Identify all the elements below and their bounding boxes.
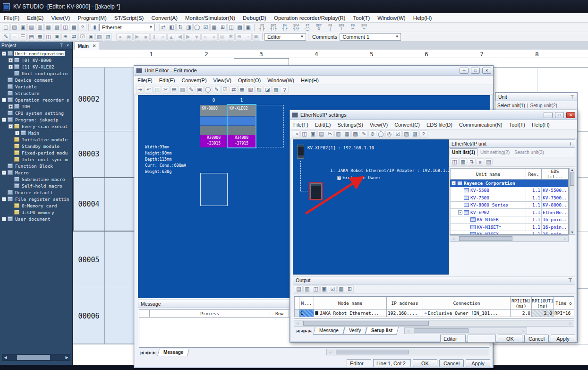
scrollbar-thumb[interactable] bbox=[17, 355, 50, 360]
unit-panel-tab[interactable]: Search unit(3) bbox=[512, 149, 546, 156]
apply-button[interactable]: Apply bbox=[551, 335, 575, 343]
delete-icon[interactable]: ⊘ bbox=[368, 130, 376, 138]
f8-key[interactable]: F8 | bbox=[324, 23, 336, 32]
registration-monitor-icon[interactable]: ☑ bbox=[202, 24, 210, 31]
record-icon[interactable]: ● bbox=[116, 33, 124, 41]
menu-item[interactable]: File(F) bbox=[134, 77, 156, 84]
expand-toggle[interactable]: + bbox=[2, 217, 6, 221]
connection-label[interactable]: +Exclusive Owner bbox=[337, 175, 381, 180]
project-verify-icon[interactable]: ▥ bbox=[36, 24, 44, 31]
col-node-number[interactable]: N... bbox=[299, 297, 314, 310]
jump-icon[interactable]: ▣ bbox=[320, 285, 328, 293]
unit-panel-tab[interactable]: Unit list(1) bbox=[450, 148, 477, 156]
tree-item[interactable]: 1:CPU memory bbox=[0, 209, 73, 215]
unit-list-row[interactable]: KV-7500 1.1 KV-7500... bbox=[451, 194, 569, 202]
comm-route-combo[interactable]: Ethernet▼ bbox=[99, 24, 155, 31]
tab-select-unit[interactable]: Select unit(1) bbox=[497, 103, 525, 108]
rewind-icon[interactable]: « bbox=[159, 33, 167, 41]
save-unit-icon[interactable]: ▩ bbox=[272, 86, 280, 94]
menu-item[interactable]: Convert(P) bbox=[178, 77, 210, 84]
minimize-icon[interactable]: ─ bbox=[460, 68, 469, 74]
empty-slot[interactable] bbox=[256, 105, 284, 147]
expand-toggle[interactable]: - bbox=[2, 197, 6, 201]
f7-key[interactable]: F7 ◯ bbox=[302, 23, 313, 32]
tree-item[interactable]: + [0] KV-8000 bbox=[0, 57, 73, 63]
scroll-right-icon[interactable]: ▶ bbox=[562, 236, 568, 241]
cancel-button[interactable]: Cancel bbox=[439, 359, 464, 367]
list-view-icon[interactable]: ▦ bbox=[459, 158, 467, 166]
step-up-icon[interactable]: ▲ bbox=[167, 33, 175, 41]
jump-icon[interactable]: > bbox=[210, 33, 218, 41]
tree-item[interactable]: Variable bbox=[0, 83, 73, 90]
simulator-icon[interactable]: ◯ bbox=[193, 24, 201, 31]
menu-item[interactable]: Help(H) bbox=[528, 121, 553, 129]
cancel-button[interactable]: Cancel bbox=[524, 335, 549, 343]
paste-icon[interactable]: ▥ bbox=[179, 86, 187, 94]
menu-item[interactable]: ST/Script(S) bbox=[111, 14, 148, 22]
expand-toggle[interactable]: + bbox=[9, 65, 13, 69]
menu-item[interactable]: Communication(N) bbox=[456, 121, 506, 129]
unit-list-row[interactable]: KV-5500 1.1 KV-5500... bbox=[451, 187, 569, 194]
scrollbar-thumb[interactable] bbox=[459, 236, 512, 241]
filter-icon[interactable]: ≡ bbox=[476, 158, 484, 166]
tree-item[interactable]: + [1] KV-XLE02 bbox=[0, 63, 73, 70]
menu-item[interactable]: Option(O) bbox=[235, 77, 264, 84]
convert-icon[interactable]: ⇄ bbox=[230, 86, 238, 94]
cut-icon[interactable]: ✂ bbox=[326, 130, 334, 138]
unit-color-icon[interactable]: ▣ bbox=[196, 86, 204, 94]
line-comment-icon[interactable]: ≡ bbox=[10, 33, 18, 41]
verify-icon[interactable]: ☑ bbox=[394, 130, 402, 138]
unit-panel-tab[interactable]: Unit setting(2) bbox=[478, 149, 511, 156]
timer-icon[interactable]: ◔ bbox=[244, 33, 252, 41]
sheet-tab[interactable]: Setup list bbox=[365, 327, 399, 335]
output-hscrollbar[interactable]: ◀ ▶ bbox=[294, 320, 574, 327]
read-unit-icon[interactable]: ▦ bbox=[238, 86, 246, 94]
ladder-grid-icon[interactable]: ⊞ bbox=[219, 24, 227, 31]
stop-icon[interactable]: ■ bbox=[142, 33, 150, 41]
expand-toggle[interactable]: - bbox=[2, 52, 6, 56]
apply-button[interactable]: Apply bbox=[466, 359, 490, 367]
device-comment-icon[interactable]: ▣ bbox=[53, 33, 61, 41]
zoom-icon[interactable]: ▧ bbox=[104, 33, 112, 41]
record-stop-icon[interactable]: ◉ bbox=[125, 33, 133, 41]
menu-item[interactable]: Window(W) bbox=[374, 14, 409, 22]
expand-toggle[interactable]: - bbox=[458, 210, 462, 215]
scrollbar-thumb[interactable] bbox=[414, 328, 469, 333]
unit-block-kv8000[interactable]: KV-8000 R30000-33915 bbox=[200, 105, 228, 147]
new-project-icon[interactable]: ▢ bbox=[2, 24, 10, 31]
comm-setup-icon[interactable]: ▧ bbox=[402, 130, 410, 138]
copy-unit-icon[interactable]: ▤ bbox=[317, 130, 325, 138]
paste-icon[interactable]: ▦ bbox=[343, 130, 351, 138]
menu-item[interactable]: Tool(T) bbox=[506, 121, 528, 129]
batch-icon[interactable]: ▨ bbox=[411, 130, 419, 138]
expand-toggle[interactable]: + bbox=[337, 176, 341, 180]
network-icon[interactable]: ⊕ bbox=[235, 33, 243, 41]
pin-icon[interactable]: ⊤ bbox=[568, 277, 572, 283]
auto-config-icon[interactable]: ◎ bbox=[385, 130, 393, 138]
scroll-left-icon[interactable]: ◀ bbox=[327, 350, 333, 355]
modify-icon[interactable]: ✎ bbox=[213, 86, 221, 94]
scroll-left-icon[interactable]: ◀ bbox=[2, 355, 9, 360]
expand-toggle[interactable]: + bbox=[9, 104, 13, 109]
sheet-tab[interactable]: Verify bbox=[343, 327, 367, 335]
copy-icon[interactable]: ▤ bbox=[170, 86, 178, 94]
open-project-icon[interactable]: ▧ bbox=[10, 24, 18, 31]
menu-item[interactable]: File(F) bbox=[0, 14, 23, 22]
menu-item[interactable]: Operation recorder/Replay(R) bbox=[270, 14, 349, 22]
edit-node-icon[interactable]: ✎ bbox=[360, 130, 368, 138]
f5-key[interactable]: F5 ┤├ bbox=[256, 23, 268, 32]
copy-icon[interactable]: ▥ bbox=[334, 130, 342, 138]
menu-item[interactable]: Debug(D) bbox=[239, 14, 270, 22]
scroll-right-icon[interactable]: ▶ bbox=[64, 355, 70, 360]
tree-item[interactable]: 0:Memory card bbox=[0, 202, 73, 209]
tree-item[interactable]: + ID0 bbox=[0, 103, 73, 110]
minimize-icon[interactable]: ─ bbox=[544, 112, 553, 118]
menu-item[interactable]: EDS file(D) bbox=[423, 121, 456, 129]
maximize-icon[interactable]: □ bbox=[555, 112, 564, 118]
dtn-icon[interactable]: ▩ bbox=[236, 24, 244, 31]
menu-item[interactable]: Edit(E) bbox=[23, 14, 47, 22]
read-from-plc-icon[interactable]: ◧ bbox=[168, 24, 176, 31]
unit-list-row[interactable]: KV-8000 Series 1.1 KV-8000... bbox=[451, 201, 569, 209]
menu-item[interactable]: Settings(S) bbox=[334, 121, 366, 129]
rpi-out-cell[interactable]: 2.0 bbox=[532, 310, 554, 317]
